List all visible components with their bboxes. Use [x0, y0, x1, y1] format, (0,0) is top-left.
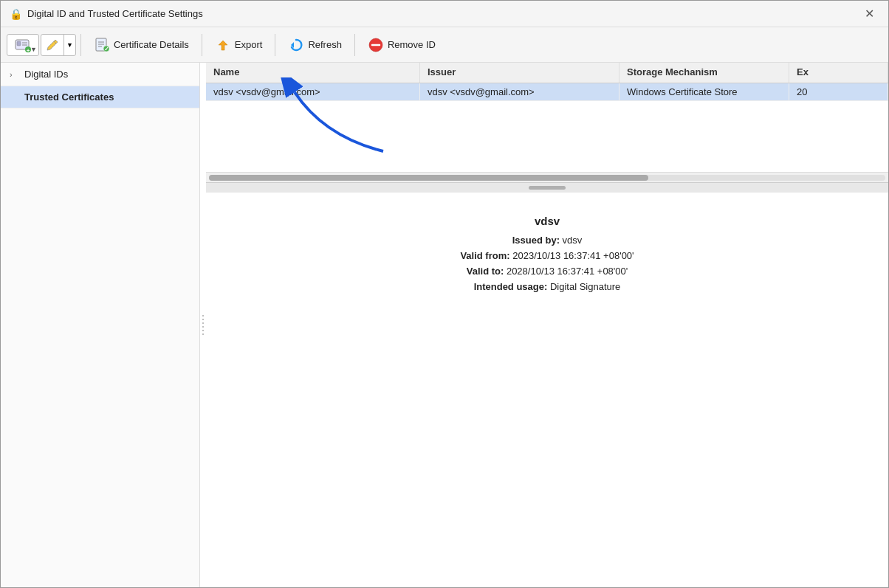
close-button[interactable]: ✕: [859, 6, 879, 22]
cert-valid-from: Valid from: 2023/10/13 16:37:41 +08'00': [460, 250, 634, 261]
horizontal-scrollbar[interactable]: [206, 172, 888, 182]
cert-intended-usage-label: Intended usage:: [474, 281, 548, 292]
cert-detail-panel: vdsv Issued by: vdsv Valid from: 2023/10…: [206, 193, 888, 587]
add-digital-id-button[interactable]: + ▼: [7, 34, 39, 56]
main-window: 🔒 Digital ID and Trusted Certificate Set…: [0, 0, 889, 588]
sidebar-label-digital-ids: Digital IDs: [24, 69, 68, 80]
content-panel: Name Issuer Storage Mechanism Ex vdsv <v…: [206, 63, 888, 587]
sidebar-resize-handle[interactable]: [200, 63, 206, 587]
certificate-details-button[interactable]: ✓ Certificate Details: [86, 32, 197, 58]
cert-issued-by-value: vdsv: [563, 235, 583, 246]
cell-ex: 20: [789, 83, 888, 100]
scroll-track: [209, 175, 885, 181]
column-header-ex[interactable]: Ex: [789, 63, 888, 83]
refresh-button[interactable]: Refresh: [280, 32, 350, 58]
edit-dropdown-arrow[interactable]: ▼: [64, 35, 75, 55]
cell-storage: Windows Certificate Store: [619, 83, 789, 100]
table-header: Name Issuer Storage Mechanism Ex: [206, 63, 888, 83]
toolbar-separator-1: [80, 34, 81, 56]
expand-icon-digital-ids: ›: [10, 70, 20, 79]
cert-valid-to-label: Valid to:: [467, 266, 504, 277]
sidebar-item-digital-ids[interactable]: › Digital IDs: [1, 63, 199, 86]
export-button[interactable]: Export: [207, 32, 271, 58]
remove-id-icon: [368, 37, 384, 53]
toolbar-separator-4: [354, 34, 355, 56]
sidebar-label-trusted-certificates: Trusted Certificates: [24, 91, 114, 103]
toolbar-separator-3: [275, 34, 275, 56]
cell-issuer: vdsv <vsdv@gmail.com>: [420, 83, 619, 100]
cert-common-name: vdsv: [535, 215, 560, 227]
cert-valid-to: Valid to: 2028/10/13 16:37:41 +08'00': [467, 266, 628, 277]
svg-rect-1: [17, 41, 21, 46]
toolbar-separator-2: [202, 34, 202, 56]
edit-button[interactable]: ▼: [41, 34, 76, 56]
svg-text:✓: ✓: [103, 46, 109, 52]
resize-dots: [202, 315, 204, 335]
scroll-thumb[interactable]: [209, 175, 648, 181]
lock-icon: 🔒: [10, 8, 21, 20]
column-header-name[interactable]: Name: [206, 63, 420, 83]
remove-id-button[interactable]: Remove ID: [360, 32, 444, 58]
window-title: Digital ID and Trusted Certificate Setti…: [27, 8, 203, 19]
export-icon: [215, 37, 231, 53]
certificate-details-icon: ✓: [94, 37, 110, 53]
cert-issued-by-label: Issued by:: [512, 235, 560, 246]
resize-handle-bar: [529, 186, 566, 190]
remove-id-label: Remove ID: [388, 39, 436, 50]
cert-issued-by: Issued by: vdsv: [512, 235, 583, 246]
table-row[interactable]: vdsv <vsdv@gmail.com> vdsv <vsdv@gmail.c…: [206, 83, 888, 101]
refresh-label: Refresh: [308, 39, 342, 50]
svg-text:+: +: [27, 46, 30, 52]
sidebar: › Digital IDs Trusted Certificates: [1, 63, 200, 587]
certificate-details-label: Certificate Details: [114, 39, 189, 50]
column-header-storage[interactable]: Storage Mechanism: [619, 63, 789, 83]
column-header-issuer[interactable]: Issuer: [420, 63, 619, 83]
cert-valid-from-label: Valid from:: [460, 250, 509, 261]
export-label: Export: [235, 39, 263, 50]
add-dropdown-arrow: ▼: [30, 46, 37, 53]
add-id-icon: +: [15, 38, 31, 52]
toolbar: + ▼ ▼ ✓: [1, 27, 888, 63]
title-bar-left: 🔒 Digital ID and Trusted Certificate Set…: [10, 8, 203, 20]
title-bar: 🔒 Digital ID and Trusted Certificate Set…: [1, 1, 888, 27]
main-content: › Digital IDs Trusted Certificates: [1, 63, 888, 587]
svg-marker-13: [219, 41, 227, 50]
sidebar-item-trusted-certificates[interactable]: Trusted Certificates: [1, 86, 199, 108]
refresh-icon: [288, 37, 304, 53]
panel-resize-handle[interactable]: [206, 182, 888, 193]
table-body: vdsv <vsdv@gmail.com> vdsv <vsdv@gmail.c…: [206, 83, 888, 172]
cert-valid-from-value: 2023/10/13 16:37:41 +08'00': [512, 250, 634, 261]
edit-pencil-icon: [41, 35, 64, 55]
cert-intended-usage: Intended usage: Digital Signature: [474, 281, 621, 292]
cell-name: vdsv <vsdv@gmail.com>: [206, 83, 420, 100]
cert-intended-usage-value: Digital Signature: [550, 281, 620, 292]
cert-valid-to-value: 2028/10/13 16:37:41 +08'00': [507, 266, 628, 277]
